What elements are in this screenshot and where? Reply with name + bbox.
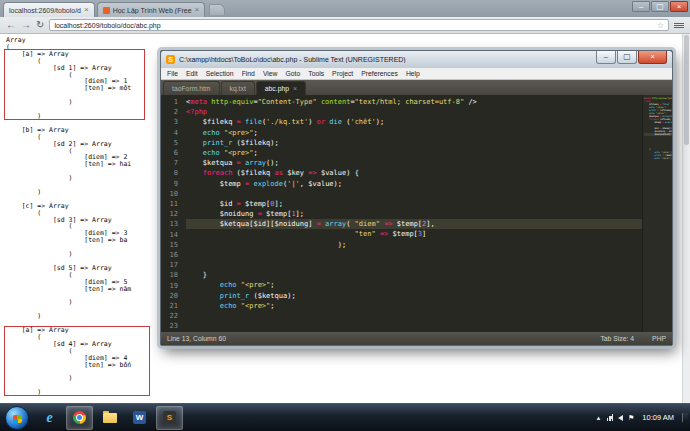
page-scrollbar[interactable] (682, 34, 690, 403)
menu-edit[interactable]: Edit (186, 70, 198, 77)
taskbar-chrome-button[interactable] (66, 406, 93, 430)
browser-tab-hoclaptrinh[interactable]: Học Lập Trình Web (Free × (97, 2, 206, 17)
desktop: localhost:2609/tobolo/d × Học Lập Trình … (0, 0, 690, 431)
browser-tab-localhost[interactable]: localhost:2609/tobolo/d × (3, 2, 95, 17)
tab-label: abc.php (265, 85, 289, 92)
sublime-window-controls: – ▢ × (596, 51, 667, 64)
maximize-button[interactable]: ▢ (617, 51, 637, 64)
code-editor[interactable]: 1234567891011121314151617181920212223 <m… (161, 95, 672, 332)
browser-menu-icon[interactable] (674, 23, 684, 28)
taskbar-word-button[interactable]: W (126, 406, 153, 430)
tab-close-icon[interactable]: × (195, 6, 200, 14)
minimap-content: <meta http-equiv="Content-Type" content=… (643, 95, 672, 168)
sublime-window: S C:\xampp\htdocs\ToBoLo\doc\abc.php - S… (160, 50, 673, 346)
menu-view[interactable]: View (263, 70, 278, 77)
minimize-button[interactable]: – (596, 51, 616, 64)
tab-close-icon[interactable]: × (293, 85, 297, 92)
menu-help[interactable]: Help (406, 70, 420, 77)
bookmark-star-icon[interactable]: ☆ (657, 21, 664, 30)
menu-file[interactable]: File (167, 70, 178, 77)
volume-icon[interactable] (618, 415, 623, 421)
scrollbar-thumb[interactable] (684, 35, 689, 145)
editor-tab-abc[interactable]: abc.php × (256, 81, 306, 95)
start-button[interactable] (5, 406, 29, 430)
sublime-tabbar: taoForm.htm kq.txt abc.php × (161, 80, 672, 95)
browser-tab-title: Học Lập Trình Web (Free (113, 7, 192, 14)
annotation-box-2 (4, 326, 150, 396)
menu-selection[interactable]: Selection (206, 70, 234, 77)
browser-window-controls: – ▢ × (632, 1, 688, 12)
line-numbers: 1234567891011121314151617181920212223 (161, 95, 181, 332)
taskbar-ie-button[interactable]: e (36, 406, 63, 430)
menu-find[interactable]: Find (242, 70, 255, 77)
folder-icon (103, 413, 117, 423)
close-button[interactable]: × (638, 51, 667, 64)
window-title: C:\xampp\htdocs\ToBoLo\doc\abc.php - Sub… (179, 56, 406, 63)
maximize-button[interactable]: ▢ (651, 1, 669, 12)
clock[interactable]: 10:09 AM (639, 413, 677, 422)
tab-label: kq.txt (230, 85, 246, 92)
tab-close-icon[interactable]: × (84, 6, 89, 14)
menu-goto[interactable]: Goto (285, 70, 300, 77)
show-desktop-button[interactable] (682, 413, 688, 422)
taskbar-explorer-button[interactable] (96, 406, 123, 430)
sublime-menubar: File Edit Selection Find View Goto Tools… (161, 68, 672, 80)
chrome-icon (73, 411, 86, 424)
menu-project[interactable]: Project (332, 70, 353, 77)
browser-toolbar: ← → ↻ localhost:2609/tobolo/doc/abc.php … (0, 17, 690, 34)
syntax-indicator[interactable]: PHP (652, 335, 666, 342)
word-icon: W (133, 411, 146, 424)
taskbar-sublime-button[interactable]: S (156, 406, 183, 430)
sublime-statusbar: Line 13, Column 60 Tab Size: 4 PHP (161, 332, 672, 345)
system-tray: ▲ ⚑ 10:09 AM (596, 413, 690, 422)
tab-size-indicator[interactable]: Tab Size: 4 (600, 335, 634, 342)
tab-label: taoForm.htm (172, 85, 211, 92)
ie-icon: e (46, 410, 52, 426)
url-text: localhost:2609/tobolo/doc/abc.php (54, 22, 160, 29)
code-lines[interactable]: <meta http-equiv="Content-Type" content=… (181, 95, 672, 332)
sublime-titlebar[interactable]: S C:\xampp\htdocs\ToBoLo\doc\abc.php - S… (161, 51, 672, 68)
minimap[interactable]: <meta http-equiv="Content-Type" content=… (642, 95, 672, 332)
sublime-app-icon: S (166, 55, 175, 64)
back-icon[interactable]: ← (6, 20, 16, 30)
close-button[interactable]: × (670, 1, 688, 12)
action-center-flag-icon[interactable]: ⚑ (628, 414, 634, 422)
new-tab-button[interactable] (209, 4, 225, 15)
menu-tools[interactable]: Tools (308, 70, 324, 77)
menu-preferences[interactable]: Preferences (361, 70, 398, 77)
forward-icon[interactable]: → (21, 20, 31, 30)
address-bar[interactable]: localhost:2609/tobolo/doc/abc.php ☆ (49, 19, 669, 31)
browser-tabstrip: localhost:2609/tobolo/d × Học Lập Trình … (0, 0, 690, 17)
browser-tab-title: localhost:2609/tobolo/d (9, 7, 81, 14)
hidden-icons-chevron[interactable]: ▲ (596, 415, 602, 421)
site-favicon-icon (103, 7, 110, 14)
taskbar: e W S ▲ ⚑ 10:09 AM (0, 403, 690, 431)
taskbar-icons: e W S (36, 406, 183, 430)
editor-tab-kq[interactable]: kq.txt (221, 81, 255, 95)
sublime-icon: S (163, 411, 176, 424)
annotation-box-1 (4, 49, 145, 120)
editor-tab-taoform[interactable]: taoForm.htm (163, 81, 220, 95)
refresh-icon[interactable]: ↻ (36, 20, 44, 30)
windows-flag-icon (13, 415, 22, 423)
minimize-button[interactable]: – (632, 1, 650, 12)
cursor-position: Line 13, Column 60 (167, 335, 226, 342)
